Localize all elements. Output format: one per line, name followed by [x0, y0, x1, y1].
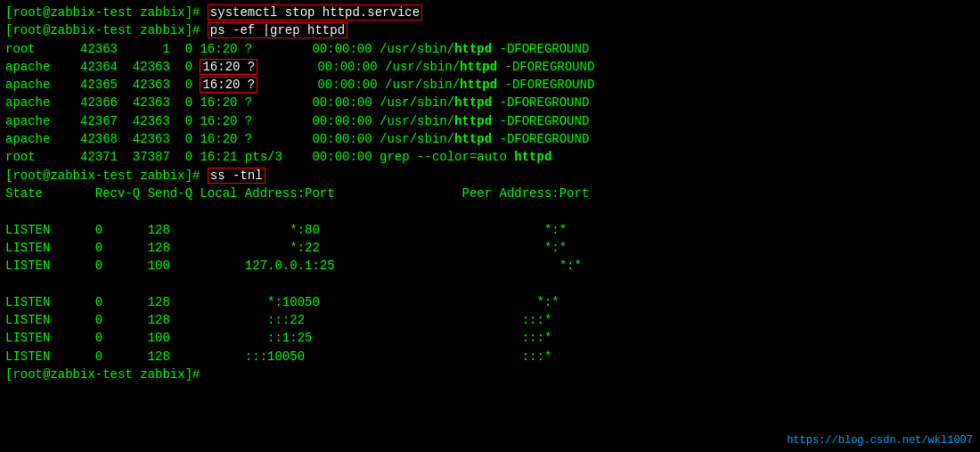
- time-highlight-1: 16:20 ?: [200, 59, 257, 75]
- line-2: [root@zabbix-test zabbix]# ps -ef |grep …: [5, 21, 975, 39]
- line-5: apache 42365 42363 0 16:20 ? 00:00:00 /u…: [5, 76, 975, 94]
- line-10: [root@zabbix-test zabbix]# ss -tnl: [5, 167, 975, 185]
- line-listen-3: LISTEN 0 100 127.0.0.1:25 *:*: [5, 257, 975, 275]
- line-6: apache 42366 42363 0 16:20 ? 00:00:00 /u…: [5, 94, 975, 111]
- line-listen-4: LISTEN 0 128 *:10050 *:*: [5, 293, 975, 311]
- line-listen-5: LISTEN 0 128 :::22 :::*: [5, 311, 975, 329]
- prompt-final: [root@zabbix-test zabbix]#: [5, 367, 208, 382]
- watermark: https://blog.csdn.net/wkl1007: [787, 434, 973, 447]
- line-blank1: [5, 202, 975, 220]
- line-9: root 42371 37387 0 16:21 pts/3 00:00:00 …: [5, 148, 975, 166]
- line-3: root 42363 1 0 16:20 ? 00:00:00 /usr/sbi…: [5, 40, 975, 58]
- line-blank2: [5, 275, 975, 292]
- cmd-1: systemctl stop httpd.service: [208, 4, 422, 21]
- line-final-prompt: [root@zabbix-test zabbix]#: [5, 366, 975, 383]
- cmd-3: ss -tnl: [208, 168, 265, 184]
- prompt-1: [root@zabbix-test zabbix]#: [5, 5, 208, 20]
- terminal: [root@zabbix-test zabbix]# systemctl sto…: [0, 0, 980, 452]
- line-listen-7: LISTEN 0 128 :::10050 :::*: [5, 348, 975, 366]
- line-listen-1: LISTEN 0 128 *:80 *:*: [5, 221, 975, 239]
- line-4: apache 42364 42363 0 16:20 ? 00:00:00 /u…: [5, 58, 975, 76]
- prompt-2: [root@zabbix-test zabbix]#: [5, 23, 208, 37]
- time-highlight-2: 16:20 ?: [200, 77, 257, 93]
- line-header: State Recv-Q Send-Q Local Address:Port P…: [5, 185, 975, 202]
- line-8: apache 42368 42363 0 16:20 ? 00:00:00 /u…: [5, 130, 975, 148]
- line-listen-2: LISTEN 0 128 *:22 *:*: [5, 239, 975, 257]
- prompt-3: [root@zabbix-test zabbix]#: [5, 168, 208, 183]
- line-listen-6: LISTEN 0 100 ::1:25 :::*: [5, 329, 975, 347]
- line-1: [root@zabbix-test zabbix]# systemctl sto…: [5, 4, 975, 21]
- line-7: apache 42367 42363 0 16:20 ? 00:00:00 /u…: [5, 112, 975, 130]
- cmd-2: ps -ef |grep httpd: [208, 22, 347, 38]
